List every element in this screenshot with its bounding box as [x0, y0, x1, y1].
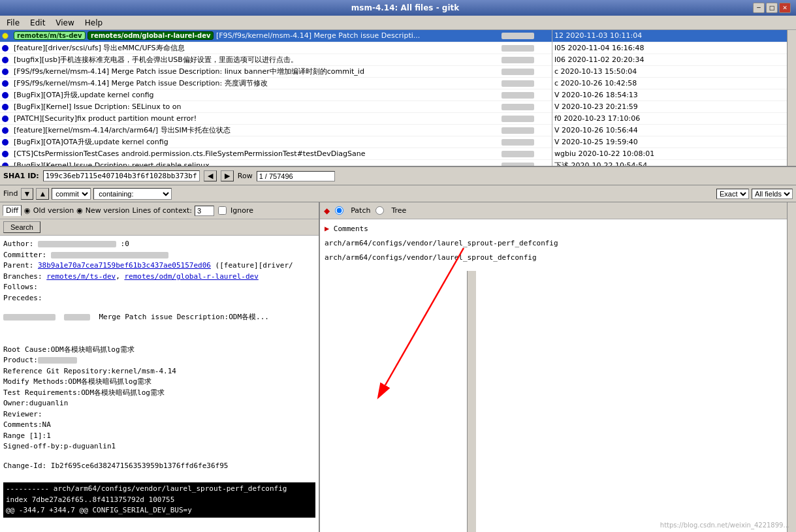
- tab-diff[interactable]: Diff: [3, 205, 22, 216]
- tab-old-version[interactable]: Old version: [33, 206, 74, 215]
- table-row[interactable]: c 2020-10-13 15:50:04: [552, 65, 787, 77]
- commit-list[interactable]: remotes/m/ts-dev remotes/odm/global-r-la…: [0, 30, 552, 166]
- author-blur: [501, 69, 534, 75]
- table-row[interactable]: V 2020-10-25 19:59:40: [552, 136, 787, 148]
- window-controls[interactable]: ─ □ ✕: [753, 3, 791, 13]
- message-cell: [BugFix][Kernel] Issue Dcription: SELinu…: [12, 101, 500, 112]
- find-type-select[interactable]: commit: [52, 188, 91, 200]
- table-row[interactable]: [BugFix][OTA]升级,update kernel config: [0, 89, 552, 101]
- committer-blur: [51, 252, 168, 258]
- commit-detail[interactable]: Author: :0 Committer: Parent: 38b9a1e70a…: [0, 236, 319, 532]
- parent-line: Parent: 38b9a1e70a7cea7159bef61b3c437ae0…: [3, 260, 315, 272]
- author-cell: [500, 136, 552, 148]
- row-input[interactable]: [257, 171, 335, 181]
- author-blur: [501, 92, 534, 99]
- commit-msg-blur2: [64, 314, 90, 321]
- table-row[interactable]: [bugfix][usb]手机连接标准充电器，手机会弹出USB偏好设置，里面选项…: [0, 54, 552, 65]
- comments-arrow-icon: ▶: [325, 224, 329, 233]
- sha1-next-button[interactable]: ▶: [221, 170, 234, 181]
- maximize-button[interactable]: □: [766, 3, 778, 13]
- find-up-button[interactable]: ▲: [36, 188, 49, 200]
- table-row[interactable]: V 2020-10-23 20:21:59: [552, 101, 787, 112]
- lines-label: Lines of context:: [133, 206, 192, 215]
- right-panel-scrollbar[interactable]: [787, 202, 796, 532]
- dot-cell: [0, 77, 12, 89]
- table-row[interactable]: V 2020-10-26 10:56:44: [552, 124, 787, 136]
- sha1-prev-button[interactable]: ◀: [204, 170, 217, 181]
- table-row[interactable]: remotes/m/ts-dev remotes/odm/global-r-la…: [0, 30, 552, 42]
- table-row[interactable]: [feature][kernel/msm-4.14/arch/arm64/] 导…: [0, 124, 552, 136]
- list-item[interactable]: arch/arm64/configs/vendor/laurel_sprout_…: [322, 251, 785, 265]
- table-row[interactable]: [F9S/f9s/kernel/msm-4.14] Merge Patch is…: [0, 77, 552, 89]
- exact-select[interactable]: Exact: [716, 189, 749, 199]
- table-row[interactable]: l05 2020-11-04 16:16:48: [552, 42, 787, 54]
- table-row[interactable]: f0 2020-10-23 17:10:06: [552, 112, 787, 124]
- author-blur: [501, 80, 534, 87]
- find-label: Find: [3, 189, 18, 198]
- dot-icon: [2, 151, 8, 157]
- dot-cell: [0, 89, 12, 101]
- table-row[interactable]: l06 2020-11-02 20:20:34: [552, 54, 787, 65]
- menu-view[interactable]: View: [52, 17, 78, 29]
- sha1-input[interactable]: [43, 170, 200, 181]
- table-row[interactable]: [BugFix][Kernel] Issue Dcription: SELinu…: [0, 101, 552, 112]
- menu-help[interactable]: Help: [81, 17, 106, 29]
- table-row[interactable]: 下述 2020-10-22 10:54:54: [552, 159, 787, 166]
- tab-patch[interactable]: Patch: [351, 206, 370, 215]
- signed-line: Signed-off-by:p-duguanlin1: [3, 441, 315, 452]
- commit-right[interactable]: 12 2020-11-03 10:11:04l05 2020-11-04 16:…: [552, 30, 787, 166]
- reviewer-line: Reviewer:: [3, 409, 315, 420]
- dot-icon: [2, 57, 8, 63]
- change-id-line: Change-Id: Ib2f695ce6d38247156353959b137…: [3, 461, 315, 472]
- product-line: Product:: [3, 355, 315, 366]
- table-row[interactable]: [BugFix][Kernel] Issue Dcription: revert…: [0, 159, 552, 166]
- ignore-checkbox[interactable]: [218, 206, 227, 215]
- table-row[interactable]: [feature][driver/scsi/ufs] 导出eMMC/UFS寿命信…: [0, 42, 552, 54]
- author-blur: [501, 45, 534, 52]
- commit-scrollbar[interactable]: [787, 30, 796, 166]
- table-row[interactable]: wgbiu 2020-10-22 10:08:01: [552, 148, 787, 159]
- committer-line: Committer:: [3, 250, 315, 261]
- date-cell: V 2020-10-26 10:56:44: [552, 124, 787, 136]
- tree-radio[interactable]: [375, 206, 384, 215]
- table-row[interactable]: [CTS]CtsPermissionTestCases android.perm…: [0, 148, 552, 159]
- author-blur: [501, 127, 534, 134]
- find-down-button[interactable]: ▼: [21, 188, 34, 200]
- tab-new-version[interactable]: New version: [86, 206, 130, 215]
- table-row[interactable]: [BugFix][OTA]OTA升级,update kernel config: [0, 136, 552, 148]
- date-cell: V 2020-10-26 18:54:13: [552, 89, 787, 101]
- tab-tree[interactable]: Tree: [391, 206, 406, 215]
- search-button[interactable]: Search: [3, 221, 40, 233]
- table-row[interactable]: c 2020-10-26 10:42:58: [552, 77, 787, 89]
- author-cell: [500, 101, 552, 112]
- author-blur: [501, 139, 534, 146]
- find-containing-select[interactable]: containing:: [93, 188, 172, 200]
- menu-edit[interactable]: Edit: [26, 17, 49, 29]
- file-list[interactable]: ▶ Comments arch/arm64/configs/vendor/lau…: [320, 219, 787, 532]
- left-panel-scrollbar[interactable]: [467, 271, 476, 532]
- dot-icon: [2, 92, 8, 99]
- minimize-button[interactable]: ─: [753, 3, 765, 13]
- menu-file[interactable]: File: [3, 17, 24, 29]
- table-row[interactable]: 12 2020-11-03 10:11:04: [552, 30, 787, 42]
- allfields-select[interactable]: All fields: [752, 189, 793, 199]
- table-row[interactable]: [F9S/f9s/kernel/msm-4.14] Merge Patch is…: [0, 65, 552, 77]
- follows-line: Follows:: [3, 282, 315, 293]
- parent-sha-link[interactable]: 38b9a1e70a7cea7159bef61b3c437ae05157ed06: [38, 261, 211, 270]
- message-cell: [PATCH][Security]fix product partition m…: [12, 112, 500, 124]
- dot-icon: [2, 33, 8, 39]
- date-cell: 下述 2020-10-22 10:54:54: [552, 159, 787, 166]
- patch-radio[interactable]: [335, 206, 343, 215]
- dot-cell: [0, 159, 12, 166]
- table-row[interactable]: V 2020-10-26 18:54:13: [552, 89, 787, 101]
- dot-cell: [0, 136, 12, 148]
- branch2-link[interactable]: remotes/odm/global-r-laurel-dev: [124, 272, 258, 281]
- lines-input[interactable]: [195, 206, 214, 216]
- author-blur: [501, 116, 534, 122]
- close-button[interactable]: ✕: [779, 3, 791, 13]
- author-cell: [500, 30, 552, 42]
- table-row[interactable]: [PATCH][Security]fix product partition m…: [0, 112, 552, 124]
- diff-index: index 7dbe27a26f65..8f411375792d 100755: [6, 495, 313, 506]
- branch1-link[interactable]: remotes/m/ts-dev: [46, 272, 116, 281]
- list-item[interactable]: arch/arm64/configs/vendor/laurel_sprout-…: [322, 236, 785, 251]
